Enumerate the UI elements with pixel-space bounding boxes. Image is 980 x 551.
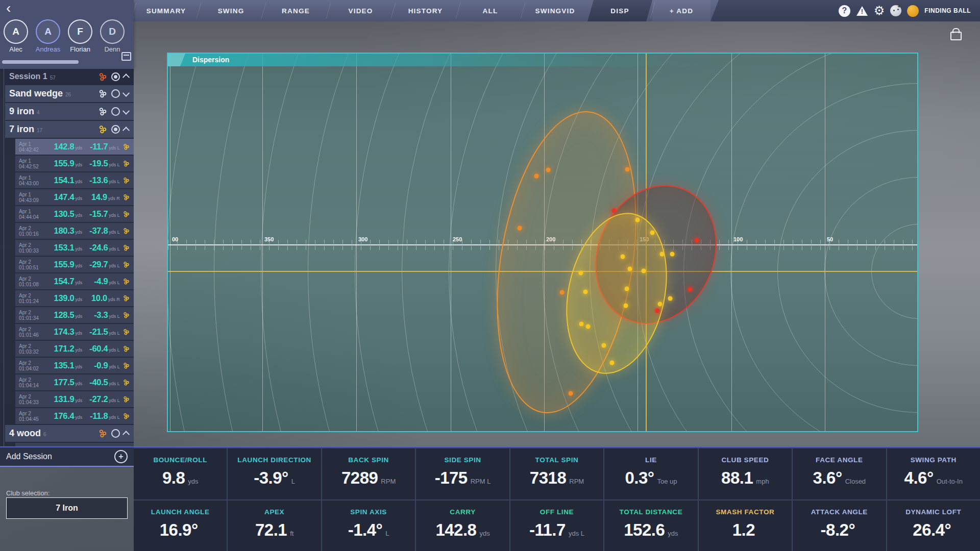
club-expand-chevron-icon[interactable] (122, 89, 130, 96)
shot-dispersion-icon[interactable] (123, 227, 130, 235)
shot-dispersion-icon[interactable] (123, 412, 130, 420)
nav-tab[interactable]: RANGE (263, 0, 328, 21)
session-select-radio[interactable] (111, 72, 120, 81)
shot-row[interactable]: Apr 201:04:14 177.5yds -40.5yds L (15, 374, 134, 390)
shot-dot[interactable] (586, 324, 591, 329)
add-session-button[interactable]: Add Session + (0, 447, 134, 467)
shot-row[interactable]: Apr 104:42:52 155.9yds -19.5yds L (15, 156, 134, 171)
session-dispersion-icon[interactable] (99, 72, 107, 81)
shot-dot[interactable] (625, 167, 630, 172)
shot-dot[interactable] (660, 252, 665, 257)
shot-dot[interactable] (642, 269, 646, 273)
avatar[interactable]: A (4, 19, 28, 44)
help-icon[interactable]: ? (839, 5, 850, 17)
shot-dot[interactable] (610, 361, 615, 365)
shot-dispersion-icon[interactable] (123, 294, 130, 302)
shot-dot[interactable] (579, 322, 584, 327)
nav-tab[interactable]: + ADD (652, 0, 710, 21)
shot-dispersion-icon[interactable] (123, 244, 130, 252)
shot-dispersion-icon[interactable] (123, 362, 130, 369)
session-collapse-chevron-icon[interactable] (122, 73, 130, 81)
club-expand-chevron-icon[interactable] (122, 127, 130, 134)
shot-dot[interactable] (658, 302, 663, 307)
shot-dot[interactable] (560, 290, 565, 295)
shot-dot[interactable] (625, 287, 629, 291)
shot-row[interactable]: Apr 201:00:33 153.1yds -24.6yds L (15, 240, 134, 256)
club-selection-button[interactable]: 7 Iron (6, 497, 128, 519)
player-item[interactable]: F Florian (67, 19, 93, 53)
shot-row[interactable]: Apr 201:03:32 171.2yds -60.4yds L (15, 341, 134, 357)
avatar[interactable]: A (36, 19, 60, 44)
nav-tab[interactable]: SUMMARY (134, 0, 199, 21)
shot-dispersion-icon[interactable] (123, 345, 130, 353)
shot-dispersion-icon[interactable] (123, 311, 130, 319)
club-dispersion-icon[interactable] (99, 89, 107, 98)
shot-dot[interactable] (670, 252, 675, 257)
club-row[interactable]: 9 iron 4 (5, 103, 134, 120)
shot-dot[interactable] (579, 271, 583, 276)
shot-dot[interactable] (534, 174, 539, 179)
warning-icon[interactable] (856, 6, 868, 16)
club-expand-chevron-icon[interactable] (122, 107, 130, 114)
shot-row[interactable]: Apr 201:01:46 174.3yds -21.5yds L (15, 324, 134, 340)
club-row[interactable]: Sand wedge 26 (5, 85, 134, 102)
nav-tab[interactable]: SWINGVID (523, 0, 587, 21)
shot-row[interactable]: Apr 201:04:02 135.1yds -0.9yds L (15, 358, 134, 373)
shot-dot[interactable] (628, 267, 632, 271)
plus-icon[interactable]: + (114, 450, 128, 463)
shot-dot[interactable] (668, 296, 673, 301)
nav-tab[interactable]: ALL (458, 0, 523, 21)
shot-dispersion-icon[interactable] (123, 278, 130, 285)
shot-row[interactable]: Apr 104:42:42 142.8yds -11.7yds L (15, 139, 134, 155)
shot-row[interactable]: Apr 104:44:04 130.5yds -15.7yds L (15, 206, 134, 222)
shot-dot[interactable] (695, 238, 699, 243)
club-expand-chevron-icon[interactable] (122, 431, 130, 438)
shot-dot[interactable] (612, 209, 617, 213)
shot-dot[interactable] (583, 290, 588, 294)
settings-gear-icon[interactable]: ⚙ (874, 5, 885, 17)
shot-dot[interactable] (624, 304, 628, 308)
shot-dot[interactable] (621, 255, 625, 259)
club-row[interactable]: 4 wood 6 (5, 425, 134, 442)
shot-row[interactable]: Apr 201:04:45 176.4yds -11.8yds L (15, 408, 134, 424)
shot-row[interactable]: Apr 201:00:51 155.9yds -29.7yds L (15, 257, 134, 272)
shot-row[interactable]: Apr 201:01:08 154.7yds -4.9yds L (15, 273, 134, 289)
shot-row[interactable]: Apr 201:01:24 139.0yds 10.0yds R (15, 290, 134, 306)
shot-dispersion-icon[interactable] (123, 160, 130, 167)
shot-row[interactable]: Apr 104:43:09 147.4yds 14.9yds R (15, 189, 134, 205)
shot-dot[interactable] (518, 226, 522, 231)
club-dispersion-icon[interactable] (99, 125, 107, 134)
club-select-radio[interactable] (111, 107, 120, 116)
ball-detect-icon[interactable] (890, 5, 901, 16)
player-item[interactable]: A Andreas (35, 19, 61, 53)
shot-dispersion-icon[interactable] (123, 177, 130, 184)
shot-row[interactable]: Apr 201:04:33 131.9yds -27.2yds L (15, 391, 134, 407)
shot-dispersion-icon[interactable] (123, 261, 130, 268)
club-select-radio[interactable] (111, 89, 120, 98)
archive-icon[interactable] (121, 52, 131, 61)
nav-tab[interactable]: SWING (199, 0, 263, 21)
club-row[interactable]: 7 iron 17 (5, 121, 134, 138)
shot-dot[interactable] (635, 218, 640, 222)
shot-row[interactable]: Apr 201:01:34 128.5yds -3.3yds L (15, 307, 134, 323)
nav-tab[interactable]: HISTORY (393, 0, 458, 21)
shot-dot[interactable] (602, 343, 606, 348)
club-dispersion-icon[interactable] (99, 107, 107, 116)
shot-dispersion-icon[interactable] (123, 193, 130, 201)
shot-dispersion-icon[interactable] (123, 143, 130, 151)
lock-icon[interactable] (950, 32, 962, 40)
shot-dispersion-icon[interactable] (123, 395, 130, 403)
shot-dot[interactable] (569, 391, 573, 396)
club-select-radio[interactable] (111, 125, 120, 134)
nav-tab[interactable]: VIDEO (328, 0, 393, 21)
club-select-radio[interactable] (111, 429, 120, 438)
shot-row[interactable]: Apr 104:43:00 154.1yds -13.6yds L (15, 172, 134, 188)
shot-dot[interactable] (546, 168, 551, 172)
shot-dot[interactable] (650, 231, 655, 235)
avatar[interactable]: F (68, 19, 92, 44)
avatar[interactable]: D (100, 19, 125, 44)
back-button[interactable]: ‹ (6, 1, 11, 15)
nav-tab[interactable]: DISP (587, 0, 652, 21)
player-item[interactable]: A Alec (3, 19, 29, 53)
shot-dispersion-icon[interactable] (123, 379, 130, 386)
